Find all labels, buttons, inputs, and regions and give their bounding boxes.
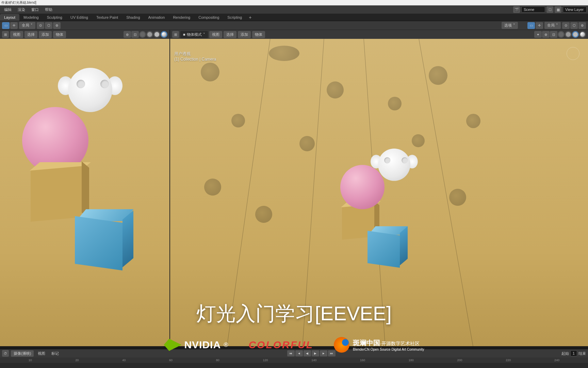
wireframe-shading-icon[interactable]: [139, 31, 146, 38]
viewport-left[interactable]: ⊞ 视图 选择 添加 物体 ⊚ ⊡: [0, 30, 170, 346]
menu-edit[interactable]: 编辑: [1, 6, 14, 13]
blendercn-subtitle: BlenderCN Open Source Digital Art Commun…: [353, 348, 424, 351]
perspective-label: 用户透视: [174, 51, 216, 57]
transform-orientation-r-dropdown[interactable]: 全局 ˅: [544, 22, 561, 29]
editor-type-r-icon[interactable]: ⊞: [172, 31, 179, 38]
solid-shading-icon[interactable]: [146, 31, 153, 38]
colorful-logo: COLORFUL: [248, 339, 313, 351]
xray-r-icon[interactable]: ⊡: [550, 31, 557, 38]
scene-right-render: [170, 39, 588, 346]
menu-render[interactable]: 渲染: [15, 6, 28, 13]
tab-sculpting[interactable]: Sculpting: [43, 14, 66, 21]
main-editor-area: ⊞ 视图 选择 添加 物体 ⊚ ⊡: [0, 30, 588, 346]
menu-window[interactable]: 窗口: [29, 6, 42, 13]
vp-r-select[interactable]: 选择: [224, 31, 236, 38]
select-tool-icon[interactable]: ▭: [2, 22, 10, 29]
viewlayer-name-input[interactable]: View Layer: [563, 6, 587, 13]
navigation-gizmo[interactable]: [565, 45, 581, 62]
window-title-bar: 作素材\灯光基础.blend]: [0, 0, 588, 5]
cursor-tool-r-icon[interactable]: ✛: [536, 22, 543, 29]
main-menu-bar: 编辑 渲染 窗口 帮助 🎬 Scene ☐ ▦ View Layer: [0, 5, 588, 14]
wireframe-shading-r-icon[interactable]: [558, 31, 565, 38]
material-shading-icon[interactable]: [153, 31, 160, 38]
file-path: 作素材\灯光基础.blend]: [1, 1, 36, 4]
snap-type-icon[interactable]: ⬡: [45, 22, 52, 29]
solid-shading-r-icon[interactable]: [565, 31, 572, 38]
snap-icon[interactable]: ⊙: [37, 22, 44, 29]
editor-type-icon[interactable]: ⊞: [2, 31, 9, 38]
tab-scripting[interactable]: Scripting: [223, 14, 246, 21]
transform-orientation-dropdown[interactable]: 全局 ˅: [19, 22, 35, 29]
transform-label: 全局: [22, 23, 29, 28]
blendercn-logo: 斑斓中国·开源数字艺术社区 BlenderCN Open Source Digi…: [334, 337, 424, 353]
options-dropdown[interactable]: 选项 ˅: [502, 22, 518, 29]
blendercn-icon: [334, 337, 349, 353]
scene-left-render: [0, 39, 169, 346]
vp-r-add[interactable]: 添加: [238, 31, 251, 38]
nvidia-logo: NVIDIA®: [164, 339, 228, 351]
timeline-ruler[interactable]: 10 20 40 60 80 120 140 160 180 200 220 2…: [0, 357, 588, 363]
proportional-icon[interactable]: ⊚: [53, 22, 61, 29]
add-workspace-button[interactable]: +: [246, 15, 254, 20]
blue-cube-mesh: [75, 219, 133, 274]
vp-r-view[interactable]: 视图: [209, 31, 222, 38]
tab-compositing[interactable]: Compositing: [194, 14, 223, 21]
snap-r-icon[interactable]: ⊙: [562, 22, 570, 29]
vp-l-add[interactable]: 添加: [39, 31, 52, 38]
tab-modeling[interactable]: Modeling: [19, 14, 43, 21]
workspace-tabs: Layout Modeling Sculpting UV Editing Tex…: [0, 14, 588, 21]
blue-cube-mesh-r: [368, 233, 412, 274]
viewport-right[interactable]: ⊞ ■ 物体模式 ˅ 视图 选择 添加 物体 ✦ ⊚ ⊡ 用户透视 (1) Co…: [170, 30, 588, 346]
vp-r-object[interactable]: 物体: [252, 31, 265, 38]
vp-l-view[interactable]: 视图: [10, 31, 23, 38]
viewport-info-overlay: 用户透视 (1) Collection | Camera: [174, 51, 216, 62]
viewlayer-browse-icon[interactable]: ▦: [555, 6, 561, 13]
vp-l-select[interactable]: 选择: [24, 31, 37, 38]
tutorial-title-overlay: 灯光入门学习[EEVEE]: [196, 301, 392, 327]
rendered-shading-icon[interactable]: [161, 31, 167, 38]
tan-cube-mesh: [31, 168, 82, 223]
viewport-left-header: ⊞ 视图 选择 添加 物体 ⊚ ⊡: [0, 30, 169, 39]
snap-type-r-icon[interactable]: ⬡: [570, 22, 578, 29]
nvidia-eye-icon: [164, 339, 181, 351]
tab-rendering[interactable]: Rendering: [169, 14, 194, 21]
scene-controls: 🎬 Scene ☐ ▦ View Layer: [513, 6, 587, 13]
suzanne-mesh-r: [373, 145, 418, 187]
xray-icon[interactable]: ⊡: [131, 31, 139, 38]
tab-shading[interactable]: Shading: [122, 14, 144, 21]
viewport-right-header: ⊞ ■ 物体模式 ˅ 视图 选择 添加 物体 ✦ ⊚ ⊡: [170, 30, 588, 39]
overlays-r-icon[interactable]: ⊚: [542, 31, 550, 38]
tab-animation[interactable]: Animation: [144, 14, 169, 21]
tab-uv-editing[interactable]: UV Editing: [66, 14, 92, 21]
menu-help[interactable]: 帮助: [42, 6, 55, 13]
tab-texture-paint[interactable]: Texture Paint: [92, 14, 122, 21]
rendered-shading-r-icon[interactable]: [579, 31, 586, 38]
collection-label: (1) Collection | Camera: [174, 57, 216, 62]
options-label: 选项: [504, 23, 512, 28]
new-scene-icon[interactable]: ☐: [546, 6, 553, 13]
tab-layout[interactable]: Layout: [0, 14, 19, 21]
mode-dropdown[interactable]: ■ 物体模式 ˅: [180, 31, 208, 38]
overlays-icon[interactable]: ⊚: [124, 31, 131, 38]
cursor-tool-icon[interactable]: ✛: [10, 22, 18, 29]
select-tool-r-icon[interactable]: ▭: [527, 22, 535, 29]
scene-browse-icon[interactable]: 🎬: [513, 6, 520, 13]
nvidia-text: NVIDIA: [184, 339, 221, 351]
sponsor-bar: NVIDIA® COLORFUL 斑斓中国·开源数字艺术社区 BlenderCN…: [0, 334, 588, 356]
scene-name-input[interactable]: Scene: [521, 6, 545, 13]
vp-l-object[interactable]: 物体: [53, 31, 66, 38]
main-toolbar: ▭ ✛ 全局 ˅ ⊙ ⬡ ⊚ 选项 ˅ ▭ ✛ 全局 ˅ ⊙ ⬡ ⊚: [0, 21, 588, 30]
gizmo-toggle-icon[interactable]: ✦: [534, 31, 542, 38]
proportional-r-icon[interactable]: ⊚: [578, 22, 586, 29]
material-shading-r-icon[interactable]: [572, 31, 579, 38]
